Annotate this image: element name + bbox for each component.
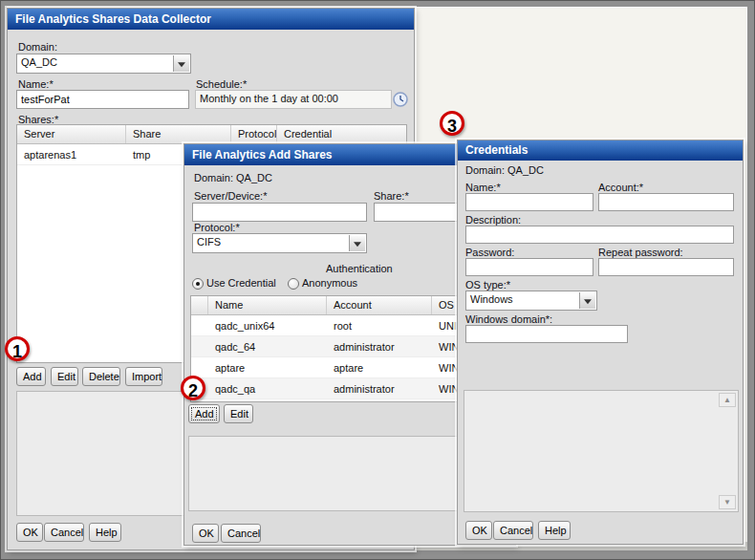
delete-button[interactable]: Delete bbox=[82, 367, 120, 386]
col-share[interactable]: Share bbox=[126, 125, 231, 143]
description-input[interactable] bbox=[465, 226, 734, 244]
cell-name: qadc_64 bbox=[208, 336, 327, 356]
screenshot-frame: File Analytics Shares Data Collector Dom… bbox=[0, 0, 755, 560]
share-label: Share:* bbox=[374, 190, 409, 202]
use-credential-label[interactable]: Use Credential bbox=[206, 277, 276, 289]
chevron-down-icon bbox=[173, 55, 189, 72]
chevron-down-icon bbox=[579, 292, 595, 309]
add-button[interactable]: Add bbox=[16, 367, 46, 386]
anonymous-label[interactable]: Anonymous bbox=[302, 277, 357, 289]
protocol-select[interactable]: CIFS bbox=[192, 233, 367, 253]
account-label: Account:* bbox=[598, 182, 643, 193]
name-label: Name:* bbox=[465, 182, 501, 193]
account-input[interactable] bbox=[598, 193, 734, 211]
desktop-background: File Analytics Shares Data Collector Dom… bbox=[7, 7, 747, 550]
windows-domain-input[interactable] bbox=[465, 325, 628, 343]
domain-static: Domain: QA_DC bbox=[465, 164, 544, 176]
edit-credential-button[interactable]: Edit bbox=[224, 404, 253, 423]
col-credential[interactable]: Credential bbox=[277, 125, 406, 143]
name-input[interactable] bbox=[16, 90, 189, 109]
col-name[interactable]: Name bbox=[208, 296, 327, 314]
server-device-label: Server/Device:* bbox=[194, 190, 267, 202]
chevron-down-icon bbox=[349, 235, 365, 251]
password-input[interactable] bbox=[465, 258, 593, 276]
password-label: Password: bbox=[465, 247, 514, 258]
col-select bbox=[191, 296, 208, 314]
domain-static: Domain: QA_DC bbox=[194, 172, 272, 183]
add-credential-button[interactable]: Add bbox=[188, 404, 220, 423]
cell-name: aptare bbox=[208, 357, 327, 377]
annotation-step-1: 1 bbox=[5, 336, 30, 361]
ok-button[interactable]: OK bbox=[192, 524, 219, 543]
domain-label: Domain: bbox=[18, 41, 57, 53]
ok-button[interactable]: OK bbox=[465, 521, 492, 540]
description-label: Description: bbox=[465, 214, 521, 226]
cancel-button[interactable]: Cancel bbox=[221, 524, 261, 543]
repeat-password-input[interactable] bbox=[598, 258, 734, 276]
ok-button[interactable]: OK bbox=[16, 523, 43, 542]
col-protocol[interactable]: Protocol bbox=[231, 125, 277, 143]
message-scroll-panel: ▲ ▼ bbox=[464, 390, 739, 512]
domain-select[interactable]: QA_DC bbox=[16, 54, 191, 74]
anonymous-radio[interactable] bbox=[288, 278, 299, 290]
edit-button[interactable]: Edit bbox=[51, 367, 78, 386]
cell-server: aptarenas1 bbox=[17, 144, 126, 164]
schedule-field[interactable]: Monthly on the 1 day at 00:00 bbox=[195, 90, 392, 109]
os-type-select-value: Windows bbox=[470, 293, 513, 305]
repeat-password-label: Repeat password: bbox=[598, 247, 683, 258]
import-button[interactable]: Import bbox=[125, 367, 162, 386]
scroll-up-icon[interactable]: ▲ bbox=[719, 393, 736, 407]
col-server[interactable]: Server bbox=[17, 125, 126, 143]
windows-domain-label: Windows domain*: bbox=[465, 313, 552, 325]
scroll-down-icon[interactable]: ▼ bbox=[719, 495, 736, 509]
shares-data-collector-titlebar[interactable]: File Analytics Shares Data Collector bbox=[8, 9, 414, 30]
cell-account: administrator bbox=[327, 336, 432, 356]
cancel-button[interactable]: Cancel bbox=[44, 523, 84, 542]
cell-name: qadc_unix64 bbox=[208, 315, 327, 335]
server-device-input[interactable] bbox=[192, 203, 367, 222]
os-type-select[interactable]: Windows bbox=[465, 291, 597, 311]
clock-icon[interactable] bbox=[393, 92, 408, 107]
shares-table-header: Server Share Protocol Credential bbox=[17, 125, 406, 144]
credential-name-input[interactable] bbox=[465, 193, 593, 211]
protocol-select-value: CIFS bbox=[197, 236, 221, 248]
cell-account: aptare bbox=[327, 357, 432, 377]
domain-select-value: QA_DC bbox=[21, 56, 57, 68]
help-button[interactable]: Help bbox=[538, 521, 571, 540]
cell-account: administrator bbox=[327, 378, 432, 398]
schedule-label: Schedule:* bbox=[196, 78, 247, 90]
name-label: Name:* bbox=[18, 78, 54, 90]
credentials-titlebar[interactable]: Credentials bbox=[458, 140, 743, 161]
os-type-label: OS type:* bbox=[465, 279, 510, 291]
help-button[interactable]: Help bbox=[89, 523, 121, 542]
annotation-step-2: 2 bbox=[181, 376, 205, 400]
annotation-step-3: 3 bbox=[440, 111, 464, 136]
col-account[interactable]: Account bbox=[327, 296, 432, 314]
credentials-dialog: Credentials Domain: QA_DC Name:* Account… bbox=[457, 140, 744, 545]
protocol-label: Protocol:* bbox=[194, 222, 240, 233]
authentication-label: Authentication bbox=[326, 263, 393, 274]
use-credential-radio[interactable] bbox=[192, 278, 204, 290]
cell-name: qadc_qa bbox=[208, 378, 327, 398]
cell-account: root bbox=[327, 315, 432, 335]
cancel-button[interactable]: Cancel bbox=[493, 521, 533, 540]
